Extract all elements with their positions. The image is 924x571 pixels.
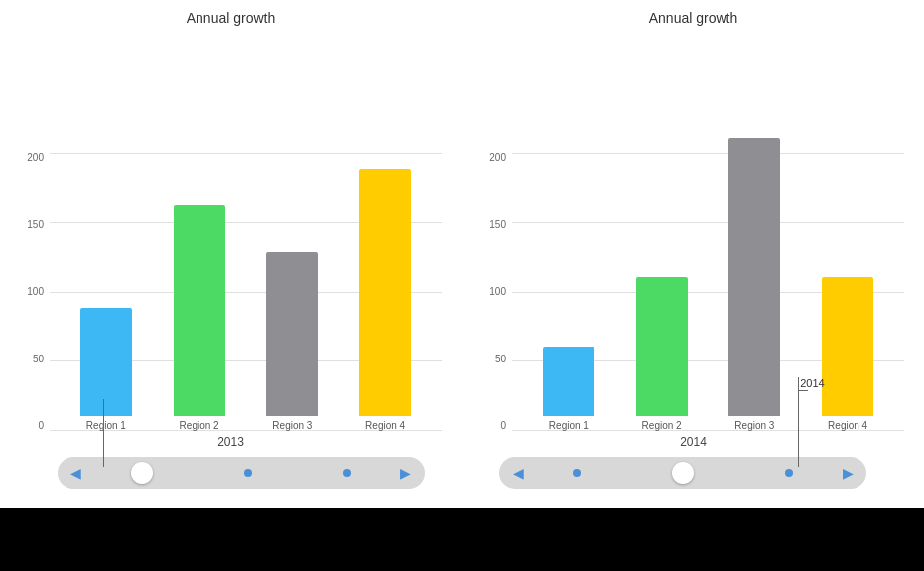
bar-1-2 xyxy=(174,205,225,416)
bar-label-1-2: Region 2 xyxy=(180,420,219,431)
y-label-2-50: 50 xyxy=(495,355,506,364)
y-label-2-0: 0 xyxy=(500,421,506,431)
bar-label-2-4: Region 4 xyxy=(828,420,867,431)
year-label-2: 2014 xyxy=(680,435,707,449)
chart-container-2: 0 50 100 150 200 Region 1 xyxy=(482,34,904,431)
bar-2-4 xyxy=(822,277,873,416)
bar-2-1 xyxy=(543,347,594,416)
slider-2-right-arrow[interactable]: ▶ xyxy=(839,464,857,482)
slider-1-dot-1 xyxy=(244,469,252,477)
bar-group-2-2: Region 2 xyxy=(632,277,692,431)
annotation-year-label: 2014 xyxy=(800,377,824,389)
y-axis-2: 0 50 100 150 200 xyxy=(482,153,512,431)
annotation-tick-2 xyxy=(798,390,808,391)
bar-1-3 xyxy=(266,252,318,416)
chart-body-1: Region 1 Region 2 Region 3 Region 4 xyxy=(50,153,442,431)
slider-1-dot-2 xyxy=(343,469,351,477)
bars-row-2: Region 1 Region 2 Region 3 Region 4 xyxy=(512,153,904,431)
bar-2-2 xyxy=(636,277,688,416)
slider-1-thumb[interactable] xyxy=(131,462,153,484)
slider-2-dot-1 xyxy=(573,469,581,477)
bars-row-1: Region 1 Region 2 Region 3 Region 4 xyxy=(50,153,442,431)
y-label-2-150: 150 xyxy=(489,220,506,230)
slider-2-left-arrow[interactable]: ◀ xyxy=(509,464,527,482)
slider-2-dot-2 xyxy=(785,469,793,477)
annotation-line-2: 2014 xyxy=(798,377,799,467)
year-label-1: 2013 xyxy=(217,435,244,449)
y-label-1-100: 100 xyxy=(27,287,44,297)
bar-label-1-3: Region 3 xyxy=(272,420,312,431)
bar-group-1-1: Region 1 xyxy=(76,308,136,431)
bar-1-4 xyxy=(359,169,411,416)
y-label-2-100: 100 xyxy=(489,287,506,297)
slider-2-track xyxy=(527,462,839,484)
bar-label-1-1: Region 1 xyxy=(86,420,126,431)
chart-title-2: Annual growth xyxy=(649,10,738,26)
y-label-1-0: 0 xyxy=(38,421,44,431)
sliders-row: ◀ ▶ ◀ ▶ 2014 xyxy=(0,457,924,508)
y-label-1-150: 150 xyxy=(27,220,44,230)
bar-group-2-4: Region 4 xyxy=(818,277,877,431)
chart-panel-1: Annual growth 0 50 100 150 200 xyxy=(0,0,462,457)
bar-label-2-1: Region 1 xyxy=(549,420,589,431)
slider-2-thumb[interactable] xyxy=(672,462,694,484)
bar-group-2-1: Region 1 xyxy=(539,347,598,431)
slider-2[interactable]: ◀ ▶ xyxy=(499,457,866,489)
bar-1-1 xyxy=(80,308,132,416)
bar-label-2-3: Region 3 xyxy=(734,420,774,431)
slider1-wrapper: ◀ ▶ xyxy=(58,457,425,499)
slider-1-track xyxy=(85,462,397,484)
chart-body-2: Region 1 Region 2 Region 3 Region 4 xyxy=(512,153,904,431)
bottom-area xyxy=(0,508,924,571)
bar-2-3 xyxy=(728,138,780,416)
bar-group-1-4: Region 4 xyxy=(355,169,415,431)
bar-group-1-2: Region 2 xyxy=(170,205,229,431)
chart-container-1: 0 50 100 150 200 Region 1 xyxy=(20,34,442,431)
bar-group-1-3: Region 3 xyxy=(262,252,322,431)
slider-1[interactable]: ◀ ▶ xyxy=(58,457,425,489)
bar-label-1-4: Region 4 xyxy=(365,420,405,431)
bar-label-2-2: Region 2 xyxy=(642,420,682,431)
y-label-1-50: 50 xyxy=(33,355,44,364)
bar-group-2-3: Region 3 xyxy=(725,138,784,431)
annotation-line-1 xyxy=(103,399,104,467)
y-label-1-200: 200 xyxy=(27,153,44,163)
y-label-2-200: 200 xyxy=(489,153,506,163)
chart-panel-2: Annual growth 0 50 100 150 200 xyxy=(462,0,924,457)
slider2-wrapper: ◀ ▶ 2014 xyxy=(499,457,866,499)
chart-title-1: Annual growth xyxy=(187,10,276,26)
y-axis-1: 0 50 100 150 200 xyxy=(20,153,50,431)
slider-1-right-arrow[interactable]: ▶ xyxy=(397,464,415,482)
slider-1-left-arrow[interactable]: ◀ xyxy=(67,464,85,482)
